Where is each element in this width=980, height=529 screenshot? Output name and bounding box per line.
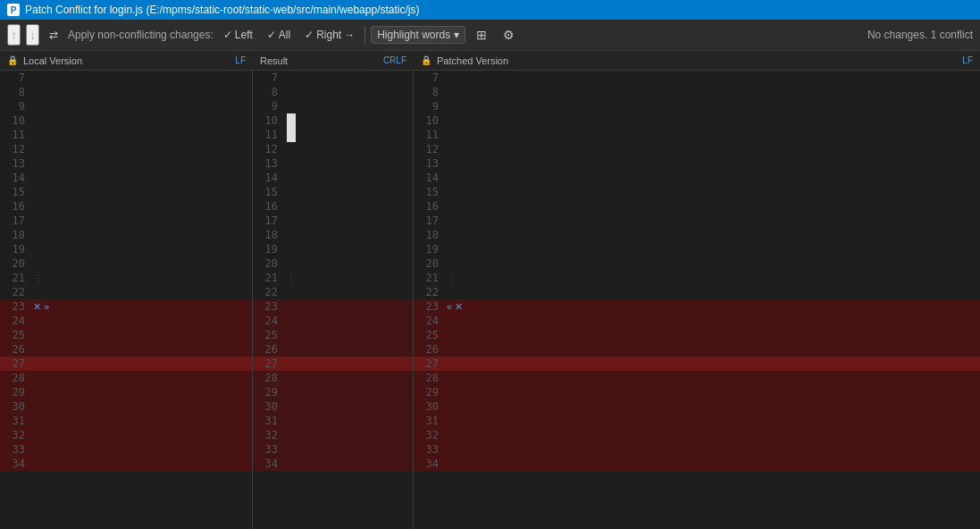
line-number: 23 bbox=[253, 299, 283, 314]
result-line-ending: CRLF bbox=[383, 55, 406, 65]
reject-left-button[interactable]: ✕ bbox=[32, 302, 42, 312]
line-number: 26 bbox=[0, 342, 30, 357]
line-row bbox=[283, 371, 413, 385]
accept-left-button[interactable]: » bbox=[43, 302, 50, 312]
line-row bbox=[30, 228, 252, 242]
line-row bbox=[283, 85, 413, 99]
line-number: 15 bbox=[253, 185, 283, 199]
line-row bbox=[444, 228, 980, 242]
line-row bbox=[444, 357, 980, 371]
line-row: ⋮ bbox=[444, 271, 980, 285]
line-number: 19 bbox=[414, 242, 444, 256]
line-row bbox=[30, 285, 252, 299]
line-row bbox=[283, 171, 413, 185]
column-headers: 🔒 Local Version LF Result CRLF 🔒 Patched… bbox=[0, 51, 980, 71]
diff-view-button[interactable]: ⊞ bbox=[471, 25, 492, 45]
line-number: 11 bbox=[253, 128, 283, 142]
result-label: Result bbox=[260, 55, 288, 66]
next-conflict-button[interactable]: ↓ bbox=[26, 24, 39, 46]
line-row bbox=[283, 242, 413, 256]
line-number: 7 bbox=[253, 71, 283, 85]
line-number: 9 bbox=[253, 99, 283, 113]
result-header: Result CRLF bbox=[253, 51, 414, 70]
line-number: 12 bbox=[253, 142, 283, 156]
highlight-label: Highlight words bbox=[377, 29, 450, 41]
reject-right-button[interactable]: ✕ bbox=[454, 302, 464, 312]
drag-handle[interactable]: ⋮ bbox=[444, 273, 456, 283]
line-row bbox=[283, 185, 413, 199]
line-number: 31 bbox=[253, 414, 283, 428]
line-row bbox=[444, 185, 980, 199]
line-number: 20 bbox=[0, 256, 30, 271]
line-number: 12 bbox=[0, 142, 30, 156]
patched-panel: 7891011121314151617181920212223242526272… bbox=[414, 71, 980, 529]
patched-version-header: 🔒 Patched Version LF bbox=[414, 51, 980, 70]
line-number: 19 bbox=[0, 242, 30, 256]
line-number: 10 bbox=[253, 113, 283, 128]
line-number: 33 bbox=[0, 442, 30, 457]
line-number: 8 bbox=[253, 85, 283, 99]
line-number: 9 bbox=[414, 99, 444, 113]
local-line-ending: LF bbox=[235, 55, 246, 65]
line-number: 29 bbox=[253, 385, 283, 399]
line-row bbox=[283, 357, 413, 371]
prev-conflict-button[interactable]: ↑ bbox=[7, 24, 21, 46]
settings-button[interactable]: ⚙ bbox=[498, 25, 520, 45]
line-row bbox=[444, 314, 980, 328]
line-row bbox=[283, 156, 413, 171]
line-row bbox=[444, 256, 980, 271]
line-number: 17 bbox=[253, 214, 283, 228]
separator bbox=[364, 26, 365, 44]
apply-all-button[interactable]: ✓All bbox=[263, 27, 295, 43]
result-code[interactable]: ⋮ bbox=[283, 71, 413, 529]
apply-right-button[interactable]: ✓Right → bbox=[300, 27, 359, 43]
line-number: 16 bbox=[0, 199, 30, 214]
line-row bbox=[444, 99, 980, 113]
line-row bbox=[30, 399, 252, 414]
line-row bbox=[30, 385, 252, 399]
line-row bbox=[444, 428, 980, 442]
line-row bbox=[444, 285, 980, 299]
line-row bbox=[30, 414, 252, 428]
line-row bbox=[283, 285, 413, 299]
accept-right-button[interactable]: « bbox=[446, 302, 453, 312]
drag-handle[interactable]: ⋮ bbox=[30, 273, 43, 283]
line-row bbox=[283, 99, 413, 113]
line-row bbox=[283, 342, 413, 357]
merge-icon-button[interactable]: ⇄ bbox=[45, 27, 63, 43]
line-number: 28 bbox=[253, 371, 283, 385]
line-number: 27 bbox=[253, 357, 283, 371]
line-number: 22 bbox=[0, 285, 30, 299]
line-row bbox=[444, 128, 980, 142]
line-row bbox=[444, 457, 980, 471]
line-row bbox=[444, 342, 980, 357]
line-row bbox=[30, 185, 252, 199]
local-version-label: Local Version bbox=[23, 55, 82, 66]
line-number: 8 bbox=[0, 85, 30, 99]
line-number: 23 bbox=[414, 299, 444, 314]
patched-version-label: Patched Version bbox=[437, 55, 508, 66]
highlight-dropdown[interactable]: Highlight words ▾ bbox=[371, 26, 465, 44]
line-row bbox=[283, 256, 413, 271]
line-number: 32 bbox=[414, 428, 444, 442]
line-row bbox=[283, 214, 413, 228]
line-number: 16 bbox=[414, 199, 444, 214]
line-row bbox=[30, 214, 252, 228]
local-code[interactable]: ⋮✕» bbox=[30, 71, 252, 529]
line-row bbox=[283, 314, 413, 328]
line-number: 11 bbox=[0, 128, 30, 142]
line-number: 21 bbox=[414, 271, 444, 285]
line-number: 8 bbox=[414, 85, 444, 99]
line-row bbox=[30, 442, 252, 457]
line-number: 27 bbox=[414, 357, 444, 371]
conflict-actions-right: «✕ bbox=[446, 299, 464, 314]
patched-code[interactable]: ⋮«✕ bbox=[444, 71, 980, 529]
drag-handle[interactable]: ⋮ bbox=[283, 273, 296, 283]
line-row bbox=[30, 85, 252, 99]
line-number: 32 bbox=[253, 428, 283, 442]
line-number: 30 bbox=[253, 399, 283, 414]
chevron-down-icon: ▾ bbox=[454, 29, 459, 41]
apply-left-button[interactable]: ✓Left bbox=[219, 27, 257, 43]
patched-line-numbers: 7891011121314151617181920212223242526272… bbox=[414, 71, 444, 529]
line-number: 22 bbox=[253, 285, 283, 299]
